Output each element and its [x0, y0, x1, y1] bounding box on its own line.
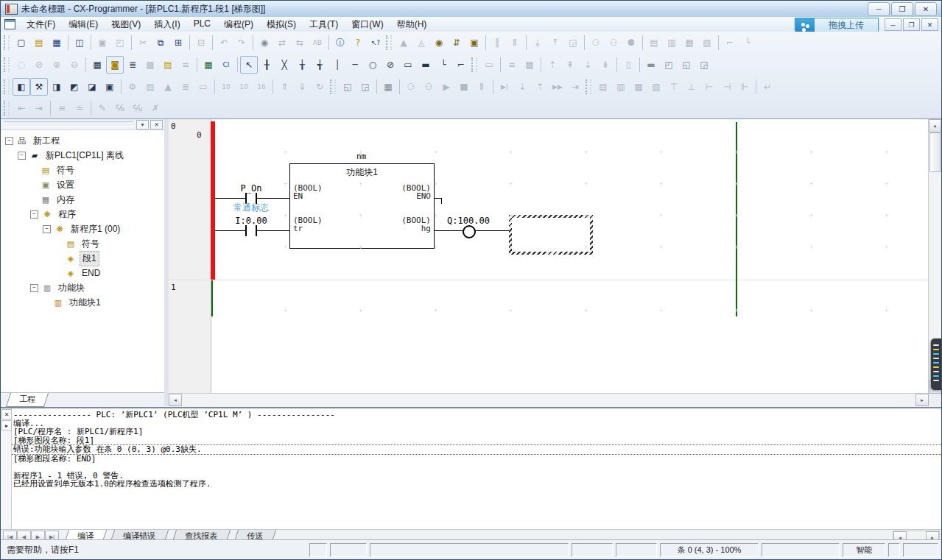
page-z-icon[interactable]: ◰ [660, 56, 678, 74]
cut-icon[interactable]: ✂ [134, 34, 152, 52]
download-page-icon[interactable]: ⤓ [529, 34, 546, 52]
close-button[interactable]: ✕ [915, 2, 937, 16]
pause-icon[interactable]: Ⅱ [506, 34, 524, 52]
contact2-label[interactable]: I:0.00 [226, 216, 276, 226]
vertical-list-icon[interactable]: ▯ [619, 56, 637, 74]
new-or-contact-icon[interactable]: ╁ [293, 56, 311, 74]
pause-sim-icon[interactable]: Ⅱ [473, 78, 491, 96]
tree-item-段1[interactable]: ◈段1 [1, 251, 164, 266]
protect-icon[interactable]: ▲ [159, 78, 177, 96]
tree-item-符号[interactable]: ▤符号 [1, 163, 164, 177]
delete-vertical-icon[interactable]: └ [435, 56, 452, 74]
move-down-box-icon[interactable]: ⇟ [597, 56, 614, 74]
toolbar-grip[interactable] [471, 57, 477, 72]
watch-window-icon[interactable]: ◨ [48, 78, 66, 96]
dark-monitor-icon[interactable]: ▬ [642, 56, 660, 74]
menu-10[interactable]: 帮助(H) [390, 17, 434, 32]
compile-program-icon[interactable]: ⚒ [30, 78, 48, 96]
tree-item-新程序1 (00)[interactable]: −❋新程序1 (00) [1, 221, 164, 236]
netdisk-upload-overlay[interactable]: 拖拽上传 [795, 18, 879, 33]
force-set-icon[interactable]: ▥ [612, 78, 630, 96]
symbol-verify-icon[interactable]: ▤ [141, 78, 159, 96]
paste-special-icon[interactable]: ⊟ [192, 34, 210, 52]
scroll-right-arrow[interactable]: ▸ [915, 394, 929, 406]
output-line[interactable]: 已经用设置到单元版本1.0的程序检查选项检测了程序. [12, 480, 941, 489]
pen-normal-icon[interactable]: ✎ [94, 99, 111, 117]
workspace-close-button[interactable]: ✕ [150, 120, 163, 130]
output-line[interactable]: [梯形图段名称: END] [12, 455, 941, 464]
compile-plc-icon[interactable]: ⚙ [124, 78, 141, 96]
check-program-icon[interactable]: ▣ [465, 34, 483, 52]
step-in-icon[interactable]: ⇣ [513, 78, 531, 96]
show-ci-icon[interactable]: CI [217, 56, 235, 74]
step-out-icon[interactable]: ⇡ [531, 78, 549, 96]
transfer-warning-icon[interactable]: ⇵ [448, 34, 465, 52]
toolbar-grip[interactable] [4, 79, 10, 94]
compile-all-icon[interactable]: ◬ [412, 34, 430, 52]
tab-project[interactable]: 工程 [6, 393, 49, 407]
tree-item-新PLC1[CP1L] 离线[interactable]: −▰新PLC1[CP1L] 离线 [1, 148, 164, 163]
monitor-run-icon[interactable]: ⚆ [587, 34, 605, 52]
move-up-x-icon[interactable]: ⇞ [561, 56, 579, 74]
io-timer-icon[interactable]: ▧ [698, 34, 716, 52]
zoom-cancel-icon[interactable]: ⊘ [30, 56, 48, 74]
new-horizontal-icon[interactable]: ─ [346, 56, 364, 74]
scroll-up-arrow[interactable]: ▴ [929, 119, 941, 132]
show-symbol-bar-icon[interactable]: ▤ [159, 56, 177, 74]
new-contact-icon[interactable]: ╂ [258, 56, 275, 74]
menu-9[interactable]: 窗口(W) [345, 17, 390, 32]
workspace-grip[interactable] [4, 121, 133, 127]
open-file-icon[interactable]: ▤ [30, 34, 48, 52]
show-grid-icon[interactable]: ▦ [88, 56, 106, 74]
zoom-select-icon[interactable]: ◌ [13, 56, 30, 74]
output-line[interactable]: ---------------- PLC: ’新PLC1’ (PLC机型 ’CP… [12, 411, 941, 419]
toolbar-grip[interactable] [386, 35, 392, 50]
hex-icon[interactable]: 16 [253, 78, 270, 96]
delete-horizontal-icon[interactable]: ⌐ [452, 56, 470, 74]
scroll-left-arrow[interactable]: ◂ [169, 394, 182, 406]
copy-icon[interactable]: ⧉ [152, 34, 169, 52]
diff-both-icon[interactable]: ⊥ [683, 78, 700, 96]
menu-7[interactable]: 模拟(S) [260, 17, 303, 32]
docked-tool-handle[interactable] [931, 339, 941, 390]
new-vertical-icon[interactable]: │ [328, 56, 346, 74]
io-table-icon[interactable]: ▤ [645, 34, 663, 52]
menu-6[interactable]: 编程(P) [217, 17, 260, 32]
dialog-icon[interactable]: ▭ [194, 78, 212, 96]
cross-reference-icon[interactable]: ◩ [66, 78, 83, 96]
toggle-workspace-icon[interactable]: ◧ [13, 78, 30, 96]
pen-cross-icon[interactable]: ✗ [147, 99, 164, 117]
run-icon[interactable]: ▶ [437, 78, 455, 96]
force-cancel-icon[interactable]: └ [739, 34, 756, 52]
ladder-canvas[interactable]: 0 0 1 P_On 常通标志 I:0.00 [169, 119, 929, 394]
menu-8[interactable]: 工具(T) [303, 17, 345, 32]
zoom-out-icon[interactable]: ⊖ [66, 56, 83, 74]
show-shortcut-icon[interactable]: ▩ [141, 56, 159, 74]
selection-cursor[interactable] [509, 215, 593, 255]
force-on-icon[interactable]: ⌐ [721, 34, 739, 52]
find-icon[interactable]: ◉ [256, 34, 273, 52]
new-instruction-icon[interactable]: ▭ [399, 56, 417, 74]
toolbar-grip[interactable] [4, 57, 10, 72]
toolbar-grip[interactable] [4, 101, 10, 116]
stop-hand-icon[interactable]: ⚇ [420, 78, 437, 96]
diff-up-icon[interactable]: ⊤ [665, 78, 683, 96]
mdi-minimize-button[interactable]: ─ [885, 18, 901, 31]
tree-item-设置[interactable]: ▣设置 [1, 177, 164, 192]
new-closed-coil-icon[interactable]: ⊘ [382, 56, 399, 74]
toolbar-grip[interactable] [4, 35, 10, 50]
output-line[interactable] [12, 463, 941, 472]
contact1-label[interactable]: P_On [229, 183, 273, 194]
scrollbar-thumb[interactable] [929, 132, 941, 172]
page-down-icon[interactable]: ⇓ [293, 78, 311, 96]
select-mode-icon[interactable]: ↖ [240, 56, 258, 74]
upload-page-icon[interactable]: ⤒ [546, 34, 564, 52]
save-icon[interactable]: ▦ [48, 34, 66, 52]
decimal-icon[interactable]: 10 [217, 78, 235, 96]
rung-comment-list-icon[interactable]: ≡ [53, 99, 71, 117]
diff-tree-icon[interactable]: ⊣ [718, 78, 736, 96]
print-preview-icon[interactable]: ◰ [111, 34, 129, 52]
properties-icon[interactable]: ▣ [101, 78, 119, 96]
work-online-icon[interactable]: ◱ [339, 78, 356, 96]
rung-top-icon[interactable]: ≐ [71, 99, 88, 117]
